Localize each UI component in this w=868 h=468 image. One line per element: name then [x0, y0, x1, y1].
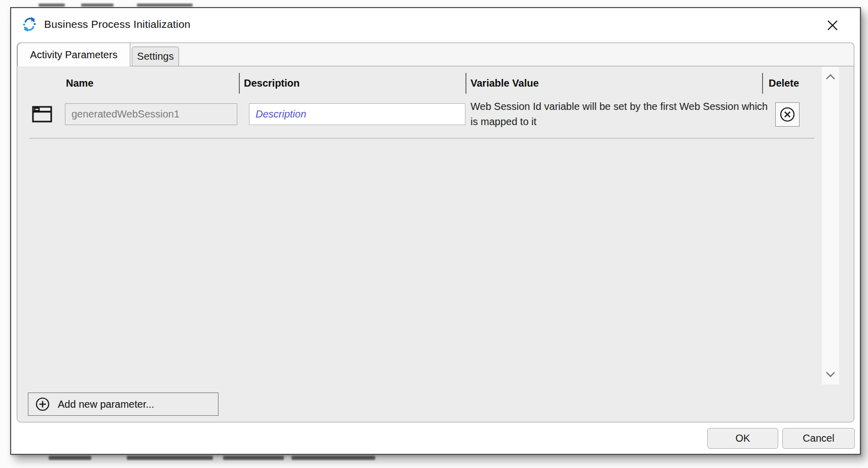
chevron-up-icon — [825, 74, 836, 80]
vertical-scrollbar[interactable] — [822, 67, 839, 384]
scroll-down-button[interactable] — [822, 371, 839, 377]
page-title: Business Process Initialization — [44, 18, 191, 30]
screen: Business Process Initialization Activity… — [0, 0, 868, 468]
parameter-description-input[interactable] — [249, 103, 465, 125]
column-header-delete: Delete — [769, 77, 799, 89]
ok-button[interactable]: OK — [707, 428, 778, 449]
tab-control: Activity Parameters Settings Name Descri… — [17, 43, 854, 422]
background-artifact — [127, 456, 213, 460]
background-artifact — [81, 4, 114, 7]
parameter-name-input[interactable] — [65, 103, 237, 125]
column-header-description: Description — [244, 77, 300, 89]
row-separator — [29, 138, 814, 139]
dialog-footer: OK Cancel — [11, 422, 860, 454]
close-button[interactable] — [824, 17, 841, 33]
tab-label: Settings — [137, 51, 173, 62]
tab-strip: Activity Parameters Settings — [17, 43, 854, 66]
column-header-name: Name — [66, 77, 93, 89]
background-artifact — [49, 456, 91, 460]
background-artifact — [223, 456, 284, 460]
tab-activity-parameters[interactable]: Activity Parameters — [17, 43, 130, 66]
activity-parameters-page: Name Description Variable Value Delete W… — [17, 66, 854, 422]
column-separator — [239, 73, 240, 94]
sync-arrows-icon — [21, 16, 38, 32]
chevron-down-icon — [825, 371, 836, 377]
background-artifact — [39, 4, 65, 7]
tab-settings[interactable]: Settings — [132, 47, 179, 66]
add-new-parameter-button[interactable]: Add new parameter... — [28, 393, 219, 416]
circle-plus-icon — [35, 397, 50, 412]
variable-value-text: Web Session Id variable will be set by t… — [471, 99, 770, 129]
circle-x-icon — [779, 106, 796, 123]
background-artifact — [137, 4, 193, 7]
column-separator — [762, 73, 763, 94]
dialog-business-process-initialization: Business Process Initialization Activity… — [10, 7, 861, 455]
cancel-button[interactable]: Cancel — [782, 428, 855, 449]
close-icon — [826, 19, 839, 32]
background-artifact — [292, 456, 375, 460]
delete-parameter-button[interactable] — [775, 102, 800, 127]
browser-window-icon — [30, 102, 54, 126]
scroll-up-button[interactable] — [822, 74, 839, 80]
add-new-parameter-label: Add new parameter... — [58, 399, 154, 410]
title-bar: Business Process Initialization — [11, 8, 860, 41]
column-separator — [465, 73, 466, 94]
tab-label: Activity Parameters — [30, 49, 117, 61]
column-header-variable-value: Variable Value — [471, 77, 539, 89]
